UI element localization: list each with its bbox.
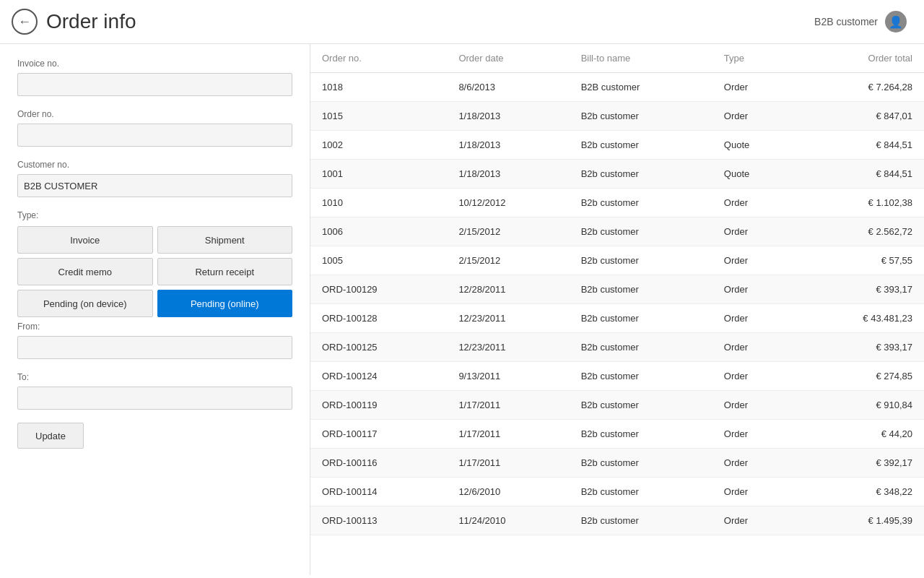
type-btn-invoice[interactable]: Invoice (17, 226, 153, 254)
cell-order-no: 1015 (310, 102, 447, 131)
cell-bill-to: B2b customer (570, 391, 712, 420)
cell-type: Order (712, 506, 798, 535)
type-buttons-grid: Invoice Shipment Credit memo Return rece… (17, 226, 292, 317)
type-btn-return-receipt[interactable]: Return receipt (157, 258, 293, 285)
cell-order-total: € 844,51 (797, 131, 924, 160)
cell-order-total: € 57,55 (797, 246, 924, 275)
cell-bill-to: B2b customer (570, 217, 712, 246)
cell-type: Order (712, 362, 798, 391)
cell-type: Order (712, 304, 798, 333)
cell-order-total: € 847,01 (797, 102, 924, 131)
table-header-row: Order no. Order date Bill-to name Type O… (310, 44, 924, 73)
cell-type: Order (712, 275, 798, 304)
cell-order-no: ORD-100125 (310, 333, 447, 362)
from-label: From: (17, 322, 292, 332)
table-row[interactable]: 10062/15/2012B2b customerOrder€ 2.562,72 (310, 217, 924, 246)
cell-bill-to: B2b customer (570, 333, 712, 362)
header-right: B2B customer 👤 (814, 11, 907, 33)
cell-order-date: 10/12/2012 (447, 189, 569, 217)
cell-order-date: 12/23/2011 (447, 333, 569, 362)
cell-bill-to: B2b customer (570, 131, 712, 160)
invoice-no-group: Invoice no. (17, 59, 292, 96)
table-row[interactable]: ORD-10011412/6/2010B2b customerOrder€ 34… (310, 478, 924, 506)
user-label: B2B customer (814, 16, 878, 27)
table-row[interactable]: ORD-1001171/17/2011B2b customerOrder€ 44… (310, 420, 924, 449)
invoice-no-input[interactable] (17, 73, 292, 96)
cell-order-total: € 392,17 (797, 449, 924, 478)
type-btn-credit-memo[interactable]: Credit memo (17, 258, 153, 285)
cell-order-date: 12/6/2010 (447, 478, 569, 506)
type-btn-pending-device[interactable]: Pending (on device) (17, 290, 153, 317)
cell-order-total: € 1.495,39 (797, 506, 924, 535)
cell-bill-to: B2b customer (570, 449, 712, 478)
table-row[interactable]: ORD-10012512/23/2011B2b customerOrder€ 3… (310, 333, 924, 362)
table-row[interactable]: ORD-10012812/23/2011B2b customerOrder€ 4… (310, 304, 924, 333)
cell-type: Order (712, 189, 798, 217)
cell-order-date: 1/17/2011 (447, 449, 569, 478)
cell-order-no: ORD-100128 (310, 304, 447, 333)
update-button[interactable]: Update (17, 423, 84, 449)
type-section: Type: Invoice Shipment Credit memo Retur… (17, 210, 292, 317)
customer-no-input[interactable] (17, 174, 292, 197)
table-row[interactable]: 10188/6/2013B2B customerOrder€ 7.264,28 (310, 73, 924, 102)
type-btn-pending-online[interactable]: Pending (online) (157, 290, 293, 317)
cell-type: Order (712, 102, 798, 131)
cell-order-date: 9/13/2011 (447, 362, 569, 391)
cell-order-total: € 348,22 (797, 478, 924, 506)
cell-order-total: € 43.481,23 (797, 304, 924, 333)
col-type: Type (712, 44, 798, 73)
cell-type: Order (712, 478, 798, 506)
cell-type: Order (712, 391, 798, 420)
cell-order-date: 1/17/2011 (447, 391, 569, 420)
table-row[interactable]: ORD-1001249/13/2011B2b customerOrder€ 27… (310, 362, 924, 391)
cell-type: Quote (712, 131, 798, 160)
cell-bill-to: B2b customer (570, 246, 712, 275)
table-row[interactable]: ORD-10012912/28/2011B2b customerOrder€ 3… (310, 275, 924, 304)
cell-order-total: € 910,84 (797, 391, 924, 420)
table-row[interactable]: 101010/12/2012B2b customerOrder€ 1.102,3… (310, 189, 924, 217)
page-title: Order info (46, 10, 136, 33)
cell-order-no: ORD-100113 (310, 506, 447, 535)
table-row[interactable]: 10151/18/2013B2b customerOrder€ 847,01 (310, 102, 924, 131)
cell-order-no: ORD-100114 (310, 478, 447, 506)
cell-order-total: € 2.562,72 (797, 217, 924, 246)
user-icon: 👤 (885, 11, 907, 33)
to-label: To: (17, 372, 292, 382)
customer-no-label: Customer no. (17, 160, 292, 170)
order-no-input[interactable] (17, 124, 292, 147)
table-row[interactable]: ORD-10011311/24/2010B2b customerOrder€ 1… (310, 506, 924, 535)
cell-type: Order (712, 246, 798, 275)
col-bill-to: Bill-to name (570, 44, 712, 73)
cell-bill-to: B2b customer (570, 160, 712, 189)
invoice-no-label: Invoice no. (17, 59, 292, 69)
cell-type: Order (712, 73, 798, 102)
type-btn-shipment[interactable]: Shipment (157, 226, 293, 254)
cell-order-date: 1/18/2013 (447, 102, 569, 131)
cell-order-no: ORD-100124 (310, 362, 447, 391)
table-row[interactable]: ORD-1001191/17/2011B2b customerOrder€ 91… (310, 391, 924, 420)
table-row[interactable]: ORD-1001161/17/2011B2b customerOrder€ 39… (310, 449, 924, 478)
cell-bill-to: B2b customer (570, 275, 712, 304)
to-input[interactable] (17, 387, 292, 410)
cell-order-no: 1002 (310, 131, 447, 160)
table-row[interactable]: 10011/18/2013B2b customerQuote€ 844,51 (310, 160, 924, 189)
cell-order-date: 11/24/2010 (447, 506, 569, 535)
table-row[interactable]: 10052/15/2012B2b customerOrder€ 57,55 (310, 246, 924, 275)
cell-order-date: 12/23/2011 (447, 304, 569, 333)
to-group: To: (17, 372, 292, 410)
cell-order-date: 2/15/2012 (447, 246, 569, 275)
cell-order-total: € 844,51 (797, 160, 924, 189)
main-content: Invoice no. Order no. Customer no. Type:… (0, 44, 924, 575)
cell-order-total: € 1.102,38 (797, 189, 924, 217)
col-order-date: Order date (447, 44, 569, 73)
cell-order-no: 1010 (310, 189, 447, 217)
from-input[interactable] (17, 336, 292, 359)
table-row[interactable]: 10021/18/2013B2b customerQuote€ 844,51 (310, 131, 924, 160)
back-button[interactable]: ← (12, 9, 38, 35)
left-panel: Invoice no. Order no. Customer no. Type:… (0, 44, 310, 575)
order-no-label: Order no. (17, 109, 292, 119)
cell-type: Order (712, 449, 798, 478)
cell-bill-to: B2b customer (570, 102, 712, 131)
cell-order-date: 2/15/2012 (447, 217, 569, 246)
cell-order-date: 12/28/2011 (447, 275, 569, 304)
